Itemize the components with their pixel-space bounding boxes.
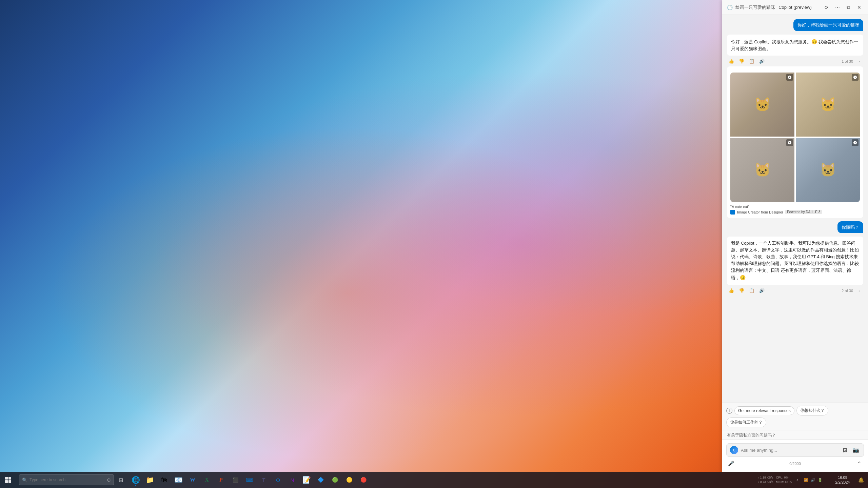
speaker-btn-2[interactable]: 🔊	[758, 287, 766, 294]
copilot-panel: 🕐 绘画一只可爱的猫咪 Copilot (preview) ⟳ ⋯ ⧉ ✕ 你好…	[722, 0, 868, 472]
store-icon: 🛍	[161, 476, 167, 484]
taskbar-app-edge[interactable]: 🌐	[129, 473, 142, 487]
ai-content-2: 我是 Copilot，一个人工智能助手。我可以为您提供信息、回答问题、起草文本、…	[727, 237, 863, 285]
mem-stat: MEM: 48 %	[776, 480, 792, 484]
taskbar-app-outlook[interactable]: O	[271, 473, 285, 487]
notepad-icon: 📝	[302, 476, 311, 484]
taskbar-app-extra3[interactable]: 🟡	[342, 473, 356, 487]
taskbar-app-ppt[interactable]: P	[214, 473, 228, 487]
teams-icon: T	[262, 477, 265, 483]
suggestion-chip-3[interactable]: 你是如何工作的？	[726, 418, 766, 427]
cat-image-3[interactable]	[730, 138, 794, 202]
mail-icon: 📧	[174, 476, 183, 484]
ai-text-2: 我是 Copilot，一个人工智能助手。我可以为您提供信息、回答问题、起草文本、…	[731, 241, 859, 280]
volume-icon[interactable]: 🔊	[810, 478, 816, 482]
user-message-1: 你好，帮我绘画一只可爱的猫咪	[793, 19, 863, 31]
taskbar-app-explorer[interactable]: 📁	[143, 473, 157, 487]
extra2-icon: 🟢	[332, 477, 338, 483]
taskbar-app-extra1[interactable]: 🔷	[314, 473, 328, 487]
designer-icon	[730, 210, 735, 215]
taskbar-app-extra2[interactable]: 🟢	[328, 473, 342, 487]
page-counter-1: 1 of 30	[842, 59, 853, 63]
send-expand-btn[interactable]: ⌃	[854, 459, 864, 468]
suggestion-chip-2[interactable]: 你想知什么？	[796, 406, 828, 415]
cat-image-1[interactable]	[730, 73, 794, 137]
camera-input-btn[interactable]: 📷	[851, 446, 860, 454]
battery-icon[interactable]: 🔋	[817, 478, 823, 482]
taskbar-app-store[interactable]: 🛍	[157, 473, 171, 487]
image-input-btn[interactable]: 🖼	[841, 446, 849, 454]
cat-image-2[interactable]	[796, 73, 860, 137]
copilot-header: 🕐 绘画一只可爱的猫咪 Copilot (preview) ⟳ ⋯ ⧉ ✕	[722, 0, 868, 15]
expand-btn-2[interactable]: ›	[856, 287, 863, 294]
notification-center-btn[interactable]: 🔔	[857, 477, 865, 483]
image-action-btn-4[interactable]	[852, 139, 859, 146]
char-counter: 0/2000	[789, 462, 801, 466]
edge-icon: 🌐	[132, 476, 140, 484]
tray-divider	[829, 475, 829, 485]
copilot-chat-body[interactable]: 你好，帮我绘画一只可爱的猫咪 你好，这是 Copilot。我很乐意为您服务。😊 …	[722, 15, 868, 403]
copilot-header-buttons: ⟳ ⋯ ⧉ ✕	[823, 3, 863, 12]
history-entry[interactable]: 🕐 绘画一只可爱的猫咪	[727, 4, 775, 11]
copilot-logo-small: C	[730, 446, 738, 454]
user-bubble-2: 你懂吗？	[837, 221, 863, 233]
cat-image-4[interactable]	[796, 138, 860, 202]
taskbar-apps: 🌐 📁 🛍 📧 W X P ⬛ ⌨	[129, 473, 757, 487]
expand-btn-1[interactable]: ›	[856, 58, 863, 65]
thumbs-up-btn-1[interactable]: 👍	[728, 58, 735, 65]
cpu-stat: CPU: 0%	[776, 475, 792, 480]
page-counter-2: 2 of 30	[842, 289, 853, 293]
system-stats: ↑ 1.18 KB/s ↓ 0.73 KB/s	[757, 475, 773, 484]
tray-expand-button[interactable]: ∧	[795, 478, 800, 482]
cortana-icon[interactable]: ⊙	[107, 477, 111, 483]
taskbar-app-teams[interactable]: T	[257, 473, 271, 487]
wifi-icon[interactable]: 📶	[803, 478, 809, 482]
start-button[interactable]	[0, 473, 16, 487]
suggestion-chip-1[interactable]: Get more relevant responses	[734, 406, 794, 415]
search-bar[interactable]: 🔍 ⊙	[19, 474, 114, 485]
terminal-icon: ⬛	[233, 477, 238, 483]
thumbs-up-btn-2[interactable]: 👍	[728, 287, 735, 294]
image-grid-container: "A cute cat" Image Creator from Designer…	[727, 66, 863, 218]
image-action-btn-3[interactable]	[786, 139, 793, 146]
net-down: ↓ 0.73 KB/s	[757, 480, 773, 484]
taskbar-app-mail[interactable]: 📧	[172, 473, 185, 487]
copilot-title: Copilot (preview)	[778, 5, 812, 10]
image-action-btn-2[interactable]	[852, 74, 859, 81]
image-caption: "A cute cat"	[730, 205, 860, 209]
copy-btn-2[interactable]: 📋	[748, 287, 755, 294]
taskbar-app-notepad[interactable]: 📝	[300, 473, 313, 487]
search-input[interactable]	[29, 477, 97, 482]
taskbar-app-vscode[interactable]: ⌨	[243, 473, 256, 487]
history-clock-icon: 🕐	[727, 5, 733, 10]
extra4-icon: 🔴	[360, 477, 367, 483]
taskbar-app-onenote[interactable]: N	[285, 473, 299, 487]
search-icon: 🔍	[22, 477, 27, 483]
taskview-icon: ⊞	[119, 477, 123, 483]
thumbs-down-btn-1[interactable]: 👎	[738, 58, 745, 65]
user-bubble-1: 你好，帮我绘画一只可爱的猫咪	[793, 19, 863, 31]
taskbar-app-excel[interactable]: X	[200, 473, 214, 487]
suggestion-info-icon[interactable]: i	[726, 408, 732, 414]
expand-icon: ∧	[796, 478, 798, 482]
clock-area[interactable]: 16:09 2/2/2024	[832, 475, 853, 485]
more-options-button[interactable]: ⋯	[833, 3, 842, 12]
windows-logo	[5, 477, 11, 483]
cpu-mem-stats: CPU: 0% MEM: 48 %	[776, 475, 792, 484]
explorer-icon: 📁	[146, 476, 154, 484]
word-icon: W	[190, 477, 195, 483]
ai-content-1: 你好，这是 Copilot。我很乐意为您服务。😊 我会尝试为您创作一只可爱的猫咪…	[727, 35, 863, 56]
close-button[interactable]: ✕	[855, 3, 863, 12]
restore-button[interactable]: ⧉	[844, 3, 852, 12]
taskbar-app-word[interactable]: W	[186, 473, 199, 487]
refresh-button[interactable]: ⟳	[823, 3, 831, 12]
image-action-btn-1[interactable]	[786, 74, 793, 81]
feedback-bar-1: 👍 👎 📋 🔊 1 of 30 ›	[727, 58, 863, 65]
taskbar-app-extra4[interactable]: 🔴	[357, 473, 370, 487]
microphone-btn[interactable]: 🎤	[726, 459, 736, 468]
copy-btn-1[interactable]: 📋	[748, 58, 755, 65]
thumbs-down-btn-2[interactable]: 👎	[738, 287, 745, 294]
speaker-btn-1[interactable]: 🔊	[758, 58, 766, 65]
task-view-button[interactable]: ⊞	[115, 474, 126, 485]
taskbar-app-terminal[interactable]: ⬛	[229, 473, 242, 487]
